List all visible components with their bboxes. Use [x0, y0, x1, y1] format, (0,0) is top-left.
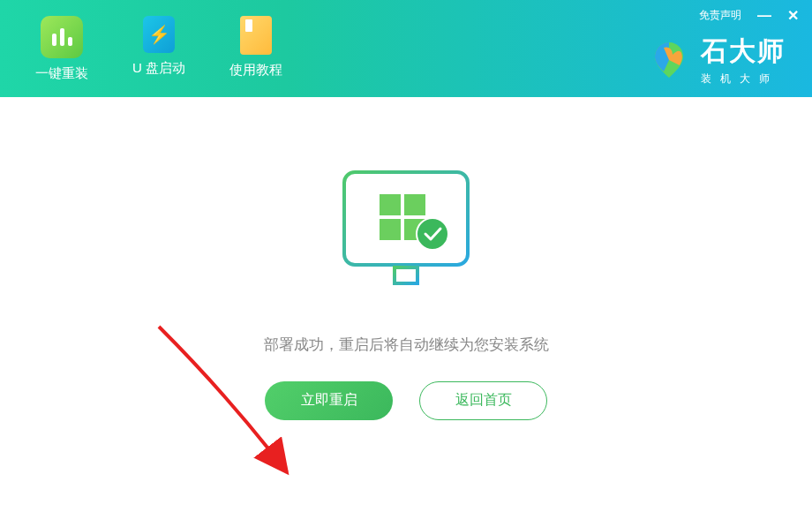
svg-rect-4 [404, 194, 425, 215]
window-controls: 免责声明 — ✕ [699, 7, 799, 24]
brand: 石大师 装机大师 [648, 34, 786, 87]
svg-rect-1 [395, 267, 417, 283]
success-monitor-icon [331, 163, 481, 308]
svg-rect-3 [380, 194, 401, 215]
app-header: 一键重装 ⚡ U 盘启动 使用教程 免责声明 — ✕ 石大师 [0, 0, 812, 97]
tab-label: U 盘启动 [132, 60, 185, 77]
minimize-button[interactable]: — [757, 8, 771, 24]
nav-tabs: 一键重装 ⚡ U 盘启动 使用教程 [35, 16, 282, 82]
brand-subtitle: 装机大师 [701, 72, 786, 87]
brand-logo-icon [648, 39, 690, 81]
brand-title: 石大师 [701, 34, 786, 70]
tab-tutorial[interactable]: 使用教程 [229, 16, 282, 82]
close-button[interactable]: ✕ [787, 7, 799, 24]
disclaimer-link[interactable]: 免责声明 [699, 8, 741, 23]
restart-button[interactable]: 立即重启 [265, 381, 393, 420]
usb-icon: ⚡ [143, 16, 175, 53]
status-message: 部署成功，重启后将自动继续为您安装系统 [264, 335, 549, 355]
action-buttons: 立即重启 返回首页 [265, 381, 547, 420]
book-icon [240, 16, 272, 55]
tab-label: 使用教程 [229, 62, 282, 79]
reinstall-icon [41, 16, 83, 58]
tab-label: 一键重装 [35, 65, 88, 82]
home-button[interactable]: 返回首页 [419, 381, 547, 420]
tab-reinstall[interactable]: 一键重装 [35, 16, 88, 82]
svg-rect-5 [380, 219, 401, 240]
svg-rect-0 [344, 172, 468, 265]
main-content: 部署成功，重启后将自动继续为您安装系统 立即重启 返回首页 [0, 97, 812, 512]
tab-usb-boot[interactable]: ⚡ U 盘启动 [132, 16, 185, 82]
